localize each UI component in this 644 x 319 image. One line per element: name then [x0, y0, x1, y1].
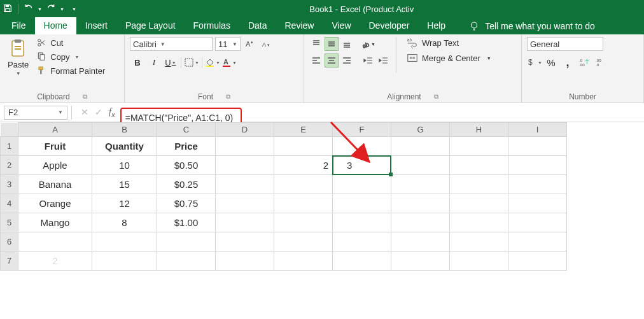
- merge-center-button[interactable]: Merge & Center▼: [407, 52, 491, 64]
- cell[interactable]: $0.50: [157, 156, 216, 175]
- qat-customize-icon[interactable]: ▼: [72, 7, 76, 11]
- cell[interactable]: [18, 232, 92, 252]
- borders-button[interactable]: ▼: [184, 55, 199, 70]
- increase-decimal-button[interactable]: .0.00: [577, 55, 592, 70]
- undo-dropdown-icon[interactable]: ▼: [38, 7, 42, 11]
- cell[interactable]: Orange: [18, 194, 92, 213]
- row-6[interactable]: 6: [1, 232, 567, 252]
- row-header[interactable]: 2: [1, 156, 18, 175]
- cell[interactable]: [274, 252, 333, 271]
- cell[interactable]: [391, 194, 450, 213]
- percent-button[interactable]: %: [543, 55, 559, 70]
- decrease-indent-button[interactable]: [361, 53, 375, 67]
- tell-me-search[interactable]: Tell me what you want to do: [462, 18, 601, 34]
- row-3[interactable]: 3 Banana 15 $0.25: [1, 175, 567, 194]
- wrap-text-button[interactable]: abWrap Text: [407, 37, 491, 48]
- cell[interactable]: [508, 194, 567, 213]
- row-header[interactable]: 5: [1, 213, 18, 232]
- cell[interactable]: [508, 252, 567, 271]
- cell[interactable]: [450, 232, 508, 252]
- cancel-icon[interactable]: ✕: [81, 107, 88, 118]
- cell[interactable]: 2: [18, 252, 92, 271]
- cell[interactable]: [216, 252, 274, 271]
- row-7[interactable]: 7 2: [1, 252, 567, 271]
- cell[interactable]: Price: [157, 137, 216, 156]
- cell[interactable]: [216, 137, 274, 156]
- row-4[interactable]: 4 Orange 12 $0.75: [1, 194, 567, 213]
- cell[interactable]: [450, 252, 508, 271]
- orientation-button[interactable]: ab▼: [361, 37, 375, 51]
- tab-developer[interactable]: Developer: [360, 17, 419, 34]
- cell[interactable]: $0.25: [157, 175, 216, 194]
- cell[interactable]: Fruit: [18, 137, 92, 156]
- font-color-button[interactable]: A▼: [221, 55, 237, 70]
- cell[interactable]: $0.75: [157, 194, 216, 213]
- cell[interactable]: Apple: [18, 156, 92, 175]
- name-box[interactable]: F2▼: [4, 106, 67, 120]
- col-header[interactable]: B: [92, 123, 157, 137]
- cell[interactable]: [274, 175, 333, 194]
- cell[interactable]: [216, 213, 274, 232]
- row-header[interactable]: 7: [1, 252, 18, 271]
- cell[interactable]: [508, 232, 567, 252]
- redo-icon[interactable]: [46, 3, 56, 15]
- fill-color-button[interactable]: ▼: [205, 55, 220, 70]
- align-middle-button[interactable]: [325, 37, 339, 51]
- cell[interactable]: [216, 194, 274, 213]
- paste-button[interactable]: Paste ▼: [5, 37, 31, 78]
- tab-home[interactable]: Home: [35, 17, 76, 34]
- cell[interactable]: [92, 252, 157, 271]
- cell[interactable]: [216, 175, 274, 194]
- cell[interactable]: [216, 232, 274, 252]
- increase-font-button[interactable]: A▴: [243, 37, 257, 51]
- cell[interactable]: [333, 194, 391, 213]
- accounting-format-button[interactable]: $▼: [527, 55, 542, 70]
- cell[interactable]: [333, 252, 391, 271]
- italic-button[interactable]: I: [146, 55, 162, 70]
- cell[interactable]: [274, 194, 333, 213]
- format-painter-button[interactable]: Format Painter: [35, 65, 106, 76]
- select-all-corner[interactable]: [1, 123, 18, 137]
- cell[interactable]: [508, 156, 567, 175]
- tab-view[interactable]: View: [323, 17, 360, 34]
- align-center-button[interactable]: [325, 53, 339, 67]
- cell[interactable]: [157, 232, 216, 252]
- cell[interactable]: [157, 252, 216, 271]
- col-header[interactable]: E: [274, 123, 333, 137]
- cell[interactable]: 10: [92, 156, 157, 175]
- tab-formulas[interactable]: Formulas: [185, 17, 239, 34]
- col-header[interactable]: A: [18, 123, 92, 137]
- alignment-launcher-icon[interactable]: ⧉: [434, 93, 438, 101]
- enter-icon[interactable]: ✓: [95, 107, 102, 118]
- cell[interactable]: 2: [274, 156, 333, 175]
- cell[interactable]: Mango: [18, 213, 92, 232]
- row-header[interactable]: 6: [1, 232, 18, 252]
- cell-selected[interactable]: 3: [333, 156, 391, 175]
- cell[interactable]: [450, 213, 508, 232]
- cell[interactable]: Quantity: [92, 137, 157, 156]
- cell[interactable]: [333, 213, 391, 232]
- cell[interactable]: [391, 156, 450, 175]
- fx-icon[interactable]: fx: [109, 107, 115, 118]
- col-header[interactable]: G: [391, 123, 450, 137]
- underline-button[interactable]: U▼: [163, 55, 178, 70]
- row-header[interactable]: 1: [1, 137, 18, 156]
- cell[interactable]: [508, 213, 567, 232]
- cell[interactable]: [508, 175, 567, 194]
- font-size-combo[interactable]: 11▼: [215, 37, 241, 51]
- cell[interactable]: [391, 137, 450, 156]
- col-header[interactable]: D: [216, 123, 274, 137]
- worksheet-grid[interactable]: A B C D E F G H I 1 Fruit Quantity Price…: [0, 122, 644, 271]
- row-header[interactable]: 4: [1, 194, 18, 213]
- align-bottom-button[interactable]: [340, 37, 354, 51]
- undo-icon[interactable]: [24, 3, 34, 15]
- cell[interactable]: [274, 213, 333, 232]
- column-headers[interactable]: A B C D E F G H I: [1, 123, 567, 137]
- align-left-button[interactable]: [309, 53, 323, 67]
- col-header[interactable]: F: [333, 123, 391, 137]
- col-header[interactable]: H: [450, 123, 508, 137]
- cell[interactable]: [274, 232, 333, 252]
- decrease-decimal-button[interactable]: .00.0: [593, 55, 608, 70]
- cell[interactable]: 12: [92, 194, 157, 213]
- align-top-button[interactable]: [309, 37, 323, 51]
